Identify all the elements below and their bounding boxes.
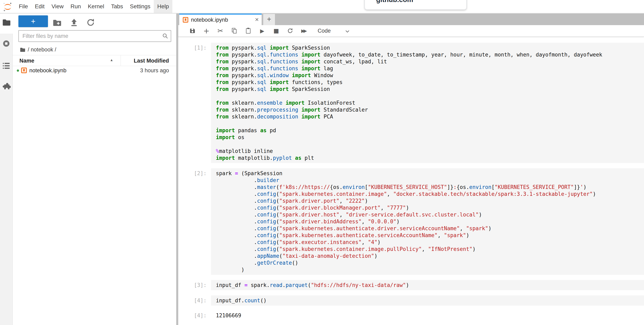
cut-cells-icon[interactable]: ✂: [217, 27, 224, 35]
chevron-down-icon: [345, 30, 350, 33]
column-divider: [120, 55, 121, 66]
cell-code: input_df = spark.read.parquet("hdfs://hd…: [216, 282, 644, 288]
file-list-header: Name ▲ Last Modified: [13, 55, 176, 66]
input-prompt: [1]:: [178, 43, 211, 163]
new-tab-button[interactable]: +: [263, 14, 275, 25]
file-browser-icon[interactable]: [2, 18, 11, 27]
cell-input[interactable]: input_df = spark.read.parquet("hdfs://hd…: [211, 280, 644, 290]
notebook-toolbar: + ✂ ▶ ■ ▶▶: [178, 25, 644, 37]
paste-cells-icon[interactable]: [244, 27, 252, 35]
cell-code: from pyspark.sql import SparkSession fro…: [216, 44, 644, 161]
code-cell: [3]:input_df = spark.read.parquet("hdfs:…: [178, 280, 644, 290]
extension-manager-icon[interactable]: [2, 83, 11, 92]
activity-bar: [0, 14, 13, 325]
file-list: notebook.ipynb3 hours ago: [13, 66, 176, 75]
menu-items: FileEditViewRunKernelTabsSettingsHelp: [16, 0, 172, 13]
running-kernels-icon[interactable]: [2, 39, 11, 48]
folder-icon[interactable]: [20, 47, 26, 53]
sort-ascending-icon[interactable]: ▲: [110, 58, 113, 62]
input-prompt: [4]:: [178, 295, 211, 305]
tab-notebook[interactable]: notebook.ipynb ×: [179, 14, 262, 25]
popup-text: github.com: [365, 0, 466, 4]
notebook-file-icon: [21, 67, 27, 74]
search-icon: [162, 33, 168, 39]
input-prompt: [2]:: [178, 168, 211, 275]
refresh-icon[interactable]: [86, 18, 95, 27]
menu-item-edit[interactable]: Edit: [31, 0, 48, 13]
file-row[interactable]: notebook.ipynb3 hours ago: [13, 66, 176, 75]
file-name: notebook.ipynb: [29, 68, 66, 74]
breadcrumb-path: / notebook /: [28, 47, 56, 53]
close-tab-icon[interactable]: ×: [255, 16, 259, 23]
file-modified: 3 hours ago: [140, 68, 169, 74]
restart-kernel-icon[interactable]: [286, 27, 294, 35]
code-cell: [4]:input_df.count(): [178, 295, 644, 305]
new-folder-icon[interactable]: [52, 18, 61, 27]
cell-type-dropdown[interactable]: Code: [318, 28, 350, 34]
cell-input[interactable]: from pyspark.sql import SparkSession fro…: [211, 43, 644, 163]
menu-item-kernel[interactable]: Kernel: [84, 0, 108, 13]
running-dot: [17, 70, 19, 72]
upload-icon[interactable]: [70, 18, 78, 27]
output-prompt: [4]:: [178, 310, 211, 319]
column-header-name[interactable]: Name: [20, 58, 34, 64]
stop-kernel-icon[interactable]: ■: [272, 27, 280, 35]
menu-bar: FileEditViewRunKernelTabsSettingsHelp: [0, 0, 644, 14]
panel-splitter[interactable]: [176, 14, 178, 325]
cell-type-label: Code: [318, 28, 331, 34]
table-of-contents-icon[interactable]: [2, 61, 11, 70]
cell-input[interactable]: input_df.count(): [211, 295, 644, 305]
menu-item-tabs[interactable]: Tabs: [108, 0, 126, 13]
cell-code: input_df.count(): [216, 297, 644, 304]
code-cell: [1]:from pyspark.sql import SparkSession…: [178, 43, 644, 163]
jupyter-logo-icon: [2, 2, 13, 12]
add-cell-icon[interactable]: +: [203, 27, 210, 35]
popup-github[interactable]: github.com: [364, 0, 466, 10]
tab-title: notebook.ipynb: [191, 17, 228, 23]
run-cell-icon[interactable]: ▶: [258, 27, 266, 35]
file-browser-panel: + / n: [13, 14, 176, 325]
save-icon[interactable]: [189, 27, 196, 35]
input-prompt: [3]:: [178, 280, 211, 290]
menu-item-view[interactable]: View: [48, 0, 67, 13]
output-text: 12106669: [211, 310, 241, 319]
filter-files-wrap: [18, 30, 171, 42]
cell-input[interactable]: spark = (SparkSession .builder .master(f…: [211, 168, 644, 275]
cell-output: [4]:12106669: [178, 310, 644, 319]
menu-item-settings[interactable]: Settings: [126, 0, 154, 13]
tab-bar: notebook.ipynb × +: [178, 14, 644, 25]
restart-run-all-icon[interactable]: ▶▶: [300, 27, 308, 35]
code-cell: [2]:spark = (SparkSession .builder .mast…: [178, 168, 644, 275]
menu-item-run[interactable]: Run: [67, 0, 84, 13]
main-area: notebook.ipynb × + + ✂: [178, 14, 644, 325]
cell-code: spark = (SparkSession .builder .master(f…: [216, 170, 644, 273]
copy-cells-icon[interactable]: [231, 27, 238, 35]
column-header-modified[interactable]: Last Modified: [134, 58, 169, 64]
menu-item-help[interactable]: Help: [154, 0, 172, 13]
breadcrumb[interactable]: / notebook /: [20, 46, 56, 54]
filter-files-input[interactable]: [18, 30, 171, 42]
new-launcher-button[interactable]: +: [18, 16, 48, 27]
notebook-content: [1]:from pyspark.sql import SparkSession…: [178, 37, 644, 325]
notebook-file-icon: [182, 17, 188, 23]
menu-item-file[interactable]: File: [16, 0, 31, 13]
